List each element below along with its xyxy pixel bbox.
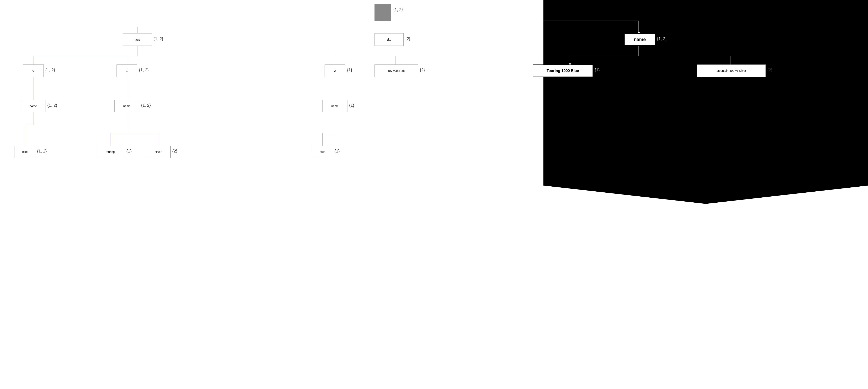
blue-badge: {1} [335, 149, 340, 154]
name-badge: {1, 2} [657, 36, 667, 41]
sku2-badge: {1} [347, 68, 352, 72]
tag1-badge: {1, 2} [139, 68, 149, 72]
name1-badge: {1, 2} [141, 103, 151, 108]
tags-badge: {1, 2} [154, 36, 163, 41]
name-node: name [624, 33, 655, 46]
mountain400-badge: {2} [767, 68, 772, 72]
name0-label: name [30, 104, 37, 108]
blue-label: blue [320, 150, 325, 154]
touring-badge: {1} [126, 149, 131, 154]
touring1000-node: Touring-1000 Blue [533, 64, 593, 77]
tag0-label: 0 [32, 69, 34, 72]
name1-node: name [115, 100, 140, 112]
sku-bk-badge: {2} [420, 68, 425, 72]
name0-badge: {1, 2} [48, 103, 57, 108]
name1-label: name [123, 104, 130, 108]
touring-node: touring [96, 145, 125, 158]
mountain400-node: Mountain-400-W Silver [697, 64, 766, 77]
silver-label: silver [155, 150, 162, 154]
name2-node: name [322, 100, 347, 112]
tags-label: tags [134, 38, 140, 41]
root-node [374, 4, 391, 21]
name2-badge: {1} [349, 103, 354, 108]
sku-label: sku [387, 38, 391, 41]
tag1-node: 1 [117, 64, 137, 77]
bike-badge: {1, 2} [37, 149, 47, 154]
sku-bk-label: BK-M38S-38 [388, 69, 405, 72]
touring1000-label: Touring-1000 Blue [547, 69, 579, 73]
root-badge: {1, 2} [393, 7, 403, 12]
tags-node: tags [123, 33, 152, 46]
bike-label: bike [22, 150, 28, 154]
black-arrow-pointer [544, 158, 868, 204]
touring1000-badge: {1} [595, 68, 599, 72]
sku2-node: 2 [324, 64, 345, 77]
sku-node: sku [374, 33, 404, 46]
blue-node: blue [312, 145, 333, 158]
bike-node: bike [14, 145, 35, 158]
silver-node: silver [146, 145, 170, 158]
sku-bk-node: BK-M38S-38 [374, 64, 418, 77]
name0-node: name [21, 100, 46, 112]
touring-label: touring [106, 150, 115, 154]
silver-badge: {2} [172, 149, 177, 154]
tag0-badge: {1, 2} [45, 68, 55, 72]
black-overlay [544, 0, 868, 158]
name2-label: name [331, 104, 339, 108]
sku2-label: 2 [334, 69, 336, 72]
tag0-node: 0 [23, 64, 44, 77]
mountain400-label: Mountain-400-W Silver [716, 69, 746, 72]
sku-badge: {2} [405, 36, 410, 41]
tag1-label: 1 [126, 69, 128, 72]
name-label: name [634, 37, 646, 42]
